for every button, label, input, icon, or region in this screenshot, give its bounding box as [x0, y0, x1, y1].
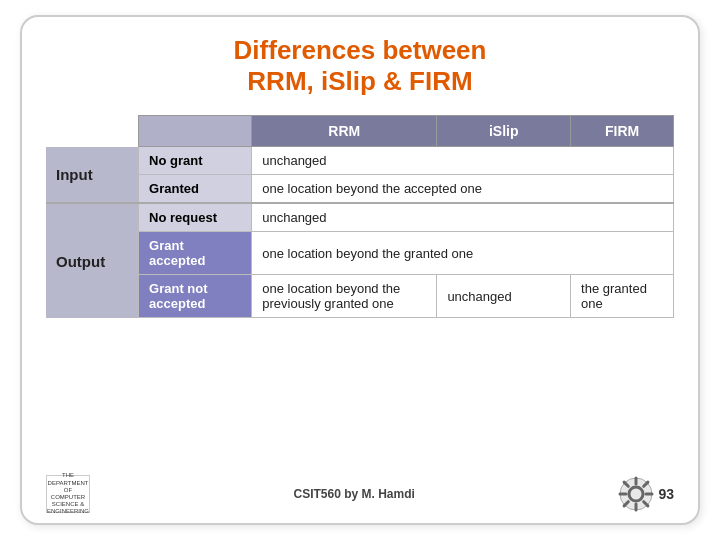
- main-table: RRM iSlip FIRM Input No grant unchanged …: [46, 115, 674, 318]
- col-header-rrm: RRM: [252, 116, 437, 147]
- sub-grant-accepted: Grantaccepted: [139, 232, 252, 275]
- cell-output-noreq: unchanged: [252, 203, 674, 232]
- footer-logo: THE DEPARTMENT OF COMPUTER SCIENCE & ENG…: [46, 475, 90, 513]
- cell-output-accepted: one location beyond the granted one: [252, 232, 674, 275]
- footer: THE DEPARTMENT OF COMPUTER SCIENCE & ENG…: [46, 471, 674, 513]
- table-row: Granted one location beyond the accepted…: [46, 175, 674, 204]
- gear-icon: [618, 476, 654, 512]
- group-output: Output: [46, 203, 139, 318]
- cell-input-nogrant: unchanged: [252, 147, 674, 175]
- footer-credit: CSIT560 by M. Hamdi: [294, 487, 415, 501]
- sub-granted: Granted: [139, 175, 252, 204]
- slide: Differences between RRM, iSlip & FIRM RR…: [20, 15, 700, 525]
- slide-title: Differences between RRM, iSlip & FIRM: [234, 35, 487, 97]
- cell-output-notaccepted-islip: unchanged: [437, 275, 571, 318]
- cell-input-granted: one location beyond the accepted one: [252, 175, 674, 204]
- table-wrapper: RRM iSlip FIRM Input No grant unchanged …: [46, 115, 674, 463]
- cell-output-notaccepted-rrm: one location beyond the previously grant…: [252, 275, 437, 318]
- group-input: Input: [46, 147, 139, 204]
- col-header-islip: iSlip: [437, 116, 571, 147]
- col-header-firm: FIRM: [571, 116, 674, 147]
- table-row: Grant notaccepted one location beyond th…: [46, 275, 674, 318]
- col-header-empty1: [46, 116, 139, 147]
- table-row: Grantaccepted one location beyond the gr…: [46, 232, 674, 275]
- university-logo: THE DEPARTMENT OF COMPUTER SCIENCE & ENG…: [46, 475, 90, 513]
- page-number: 93: [658, 486, 674, 502]
- table-row: Input No grant unchanged: [46, 147, 674, 175]
- sub-grant-not-accepted: Grant notaccepted: [139, 275, 252, 318]
- cell-output-notaccepted-firm: the granted one: [571, 275, 674, 318]
- sub-no-request: No request: [139, 203, 252, 232]
- col-header-empty2: [139, 116, 252, 147]
- table-row: Output No request unchanged: [46, 203, 674, 232]
- sub-no-grant: No grant: [139, 147, 252, 175]
- footer-right: 93: [618, 476, 674, 512]
